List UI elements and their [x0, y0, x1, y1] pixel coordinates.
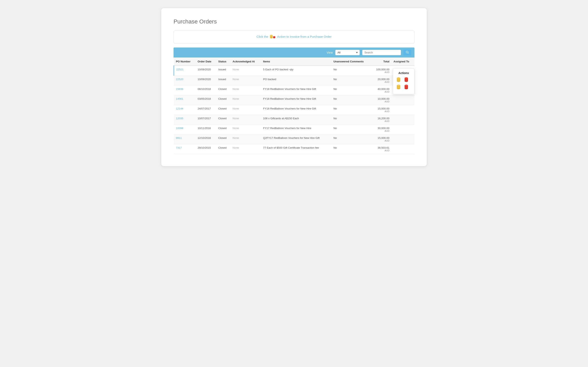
col-assigned-to: Assigned To	[391, 58, 415, 66]
po-number-cell[interactable]: 12035	[174, 115, 196, 125]
svg-point-24	[397, 85, 400, 86]
currency-label: AUD	[373, 110, 389, 113]
unanswered-comments-cell: No	[331, 144, 371, 154]
unanswered-comments-cell: No	[331, 125, 371, 134]
page-container: Purchase Orders Click the Action to Invo…	[161, 8, 427, 166]
unanswered-comments-cell: No	[331, 115, 371, 125]
status-cell: Closed	[216, 125, 231, 134]
table-row: 12144 24/07/2017 Closed None FY18 RedBal…	[174, 105, 415, 115]
assigned-to-cell	[391, 134, 415, 144]
col-status: Status	[216, 58, 231, 66]
view-select[interactable]: All Issued Closed	[335, 50, 360, 55]
action-row-2[interactable]	[397, 84, 411, 90]
po-number-cell[interactable]: 12144	[174, 105, 196, 115]
col-acknowledged-at: Acknowledged At	[231, 58, 261, 66]
po-number-cell[interactable]: 22521	[174, 66, 196, 76]
search-input[interactable]	[362, 50, 401, 55]
currency-label: AUD	[373, 100, 389, 103]
po-number-cell[interactable]: 10098	[174, 125, 196, 134]
po-number-cell[interactable]: 7317	[174, 144, 196, 154]
items-cell: PO backed	[261, 76, 332, 85]
currency-label: AUD	[373, 71, 389, 73]
acknowledged-at-cell: None	[231, 105, 261, 115]
status-cell: Issued	[216, 66, 231, 76]
page-title: Purchase Orders	[173, 18, 415, 25]
table-row: 9911 12/10/2016 Closed None Q2FY17 RedBa…	[174, 134, 415, 144]
total-cell: 15,000.00 AUD	[371, 105, 391, 115]
items-cell: Q2FY17 RedBalloon Vouchers for New Hire …	[261, 134, 332, 144]
col-order-date: Order Date	[196, 58, 216, 66]
table-row: 14561 03/05/2018 Closed None FY18 RedBal…	[174, 95, 415, 105]
items-cell: FY18 RedBalloon Vouchers for New Hire Gi…	[261, 95, 332, 105]
currency-label: AUD	[373, 130, 389, 132]
actions-popup: Actions	[393, 68, 415, 94]
table-row: 15836 08/10/2018 Closed None FY18 RedBal…	[174, 85, 415, 95]
total-cell: 10,000.00 AUD	[371, 95, 391, 105]
svg-point-19	[405, 77, 408, 79]
po-number-cell[interactable]: 15836	[174, 85, 196, 95]
assigned-to-cell	[391, 115, 415, 125]
order-date-cell: 03/05/2018	[196, 95, 216, 105]
purchase-orders-table: PO Number Order Date Status Acknowledged…	[173, 58, 415, 154]
order-date-cell: 10/11/2016	[196, 125, 216, 134]
currency-label: AUD	[373, 81, 389, 83]
col-po-number: PO Number	[174, 58, 196, 66]
po-number-cell[interactable]: 14561	[174, 95, 196, 105]
total-cell: 30,000.00 AUD	[371, 125, 391, 134]
currency-label: AUD	[373, 149, 389, 152]
acknowledged-at-cell: None	[231, 144, 261, 154]
svg-point-4	[270, 35, 273, 36]
col-unanswered-comments: Unanswered Comments	[331, 58, 371, 66]
table-row: 10098 10/11/2016 Closed None FY17 RedBal…	[174, 125, 415, 134]
status-cell: Issued	[216, 76, 231, 85]
order-date-cell: 29/10/2015	[196, 144, 216, 154]
svg-point-29	[405, 85, 408, 86]
assigned-to-cell	[391, 105, 415, 115]
status-cell: Closed	[216, 144, 231, 154]
hint-bar: Click the Action to Invoice from a Purch…	[173, 31, 415, 43]
invoice-icon	[270, 34, 276, 40]
assigned-to-cell	[391, 125, 415, 134]
svg-point-14	[397, 77, 400, 79]
items-cell: FY18 RedBalloon Vouchers for New Hire Gi…	[261, 105, 332, 115]
po-number-cell[interactable]: 22520	[174, 76, 196, 85]
acknowledged-at-cell: None	[231, 76, 261, 85]
currency-label: AUD	[373, 140, 389, 142]
col-items: Items	[261, 58, 332, 66]
currency-label: AUD	[373, 120, 389, 122]
svg-point-7	[273, 36, 275, 37]
table-toolbar: View All Issued Closed	[173, 48, 415, 58]
hint-prefix: Click the	[256, 35, 268, 38]
search-button[interactable]	[403, 50, 411, 55]
order-date-cell: 10/09/2020	[196, 66, 216, 76]
total-cell: 38,503.61 AUD	[371, 144, 391, 154]
items-cell: FY18 RedBalloon Vouchers for New Hire Gi…	[261, 85, 332, 95]
table-row: 22521 10/09/2020 Issued None 5 Each of P…	[174, 66, 415, 76]
view-label: View	[327, 51, 333, 54]
items-cell: FY17 RedBalloon Vouchers for New Hire	[261, 125, 332, 134]
acknowledged-at-cell: None	[231, 115, 261, 125]
order-date-cell: 12/10/2016	[196, 134, 216, 144]
total-cell: 40,000.00 AUD	[371, 85, 391, 95]
status-cell: Closed	[216, 85, 231, 95]
total-cell: 20,000.00 AUD	[371, 76, 391, 85]
hint-suffix: Action to Invoice from a Purchase Order	[277, 35, 332, 38]
table-row: 7317 29/10/2015 Closed None 77 Each of $…	[174, 144, 415, 154]
items-cell: 77 Each of $500 Gift Certificate Transac…	[261, 144, 332, 154]
svg-line-9	[408, 53, 408, 53]
po-number-cell[interactable]: 9911	[174, 134, 196, 144]
acknowledged-at-cell: None	[231, 66, 261, 76]
actions-popup-title: Actions	[397, 71, 411, 75]
action-row-1[interactable]	[397, 77, 411, 82]
order-date-cell: 10/07/2017	[196, 115, 216, 125]
unanswered-comments-cell: No	[331, 134, 371, 144]
acknowledged-at-cell: None	[231, 125, 261, 134]
status-cell: Closed	[216, 115, 231, 125]
acknowledged-at-cell: None	[231, 85, 261, 95]
unanswered-comments-cell: No	[331, 95, 371, 105]
items-cell: 5 Each of PO backed -qty	[261, 66, 332, 76]
assigned-to-cell	[391, 144, 415, 154]
order-date-cell: 10/09/2020	[196, 76, 216, 85]
table-row: 12035 10/07/2017 Closed None 108 x Giftc…	[174, 115, 415, 125]
total-cell: 16,200.00 AUD	[371, 115, 391, 125]
